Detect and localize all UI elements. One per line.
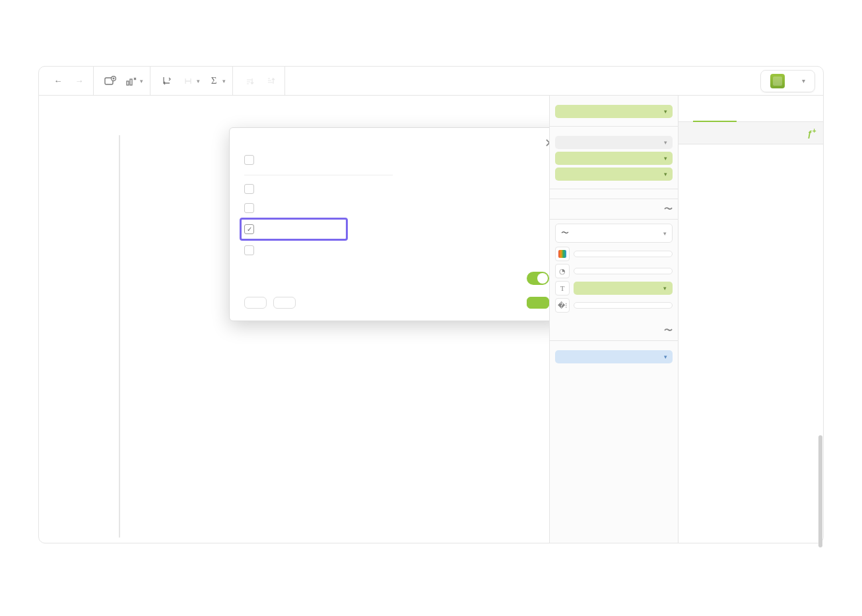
data-panel: ƒ+ [678,96,823,543]
size-shelf[interactable] [574,268,673,274]
columns-pill[interactable]: ▾ [555,105,673,118]
text-shelf[interactable]: ▾ [574,282,673,295]
sort-asc-icon[interactable] [240,71,259,91]
layer-1[interactable]: 〜 [550,199,678,220]
toolbar: ← → ▾ ▾ Σ ▾ [39,67,823,96]
visual-explorer-button[interactable]: ▾ [760,70,815,92]
config-panel: ▾ ▾ ▾ ▾ 〜 〜 ▾ [549,96,678,543]
color-shelf[interactable] [574,251,673,257]
sort-desc-icon[interactable] [261,71,281,91]
text-shelf-icon: T [555,281,570,295]
checkbox-maximum[interactable] [244,241,549,260]
visual-explorer-icon [770,74,785,88]
text-settings-modal: ✕ [229,127,549,321]
line-icon: 〜 [561,228,569,239]
chart-area: ✕ [39,96,549,543]
line-chart-icon: 〜 [664,203,673,215]
checkbox-first[interactable] [244,179,549,199]
scrollbar-thumb[interactable] [818,435,822,547]
svg-rect-3 [130,79,132,85]
chart-type-caret[interactable]: ▾ [140,78,143,84]
row-pill-1[interactable]: ▾ [555,152,673,165]
shared-axis-pill[interactable]: ▾ [555,136,673,149]
checkbox-last[interactable] [244,199,549,218]
size-shelf-icon: ◔ [555,264,570,278]
detail-shelf-icon: �⁝ [555,298,570,313]
close-icon[interactable]: ✕ [545,137,549,149]
add-view-icon[interactable] [100,71,120,91]
swap-axes-icon[interactable] [157,71,177,91]
svg-rect-2 [127,81,129,85]
layer-2[interactable]: 〜 [550,321,678,341]
forward-button[interactable]: → [69,71,89,91]
exclude-overlap-toggle[interactable] [527,272,549,285]
tab-format[interactable] [751,96,824,121]
back-button[interactable]: ← [48,71,68,91]
line-chart-icon-2: 〜 [664,324,673,336]
color-shelf-icon [555,247,570,261]
fit-icon[interactable] [178,71,198,91]
checkbox-minimum-highlight [240,218,348,241]
dimensions-heading [679,144,823,155]
app-frame: ← → ▾ ▾ Σ ▾ [38,66,824,543]
checkbox-minimum[interactable] [244,222,339,236]
measures-heading [679,164,823,175]
add-calculated-field-icon[interactable]: ƒ+ [807,127,816,139]
filter-pill[interactable]: ▾ [555,350,673,363]
detail-shelf[interactable] [574,302,673,309]
row-pill-2[interactable]: ▾ [555,168,673,181]
sigma-icon[interactable]: Σ [204,71,224,91]
reset-button[interactable] [244,297,267,309]
visual-explorer-caret: ▾ [802,77,805,84]
apply-close-button[interactable] [527,297,549,309]
chart-type-icon[interactable] [121,71,141,91]
checkbox-all-values[interactable] [244,150,393,169]
apply-button[interactable] [273,297,296,309]
sigma-caret[interactable]: ▾ [222,78,226,84]
tab-data[interactable] [679,96,751,121]
mark-type-select[interactable]: 〜 ▾ [555,224,673,243]
